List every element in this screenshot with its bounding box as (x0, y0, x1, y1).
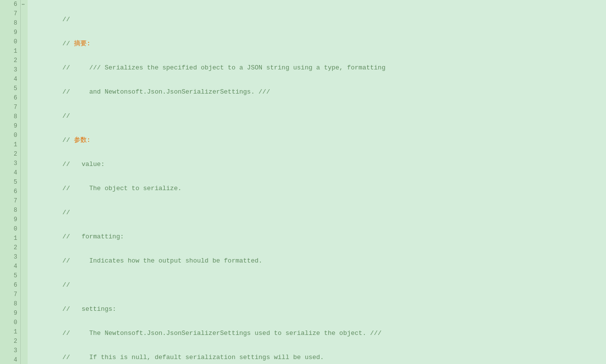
code-line: // (32, 208, 606, 217)
collapse-icon[interactable]: ⋯ (22, 0, 25, 9)
code-line: // The object to serialize. (32, 184, 606, 193)
code-line: // 摘要: (32, 39, 606, 48)
line-numbers: 6 7 8 9 0 1 2 3 4 5 6 7 8 9 0 1 2 3 4 5 … (0, 0, 21, 364)
code-line: // settings: (32, 304, 606, 314)
code-line: // 参数: (32, 135, 606, 145)
code-line: // The Newtonsoft.Json.JsonSerializerSet… (32, 329, 606, 338)
code-line: // /// Serializes the specified object t… (32, 63, 606, 72)
code-gutter: ⋯ (21, 0, 28, 364)
code-line: // (32, 15, 606, 24)
code-line: // value: (32, 160, 606, 169)
code-line: // (32, 111, 606, 121)
code-line: // formatting: (32, 232, 606, 241)
code-content[interactable]: // // 摘要: // /// Serializes the specifie… (28, 0, 606, 364)
code-line: // (32, 280, 606, 290)
code-line: // If this is null, default serializatio… (32, 353, 606, 362)
code-line: // and Newtonsoft.Json.JsonSerializerSet… (32, 87, 606, 97)
code-editor: 6 7 8 9 0 1 2 3 4 5 6 7 8 9 0 1 2 3 4 5 … (0, 0, 606, 364)
code-line: // Indicates how the output should be fo… (32, 256, 606, 265)
